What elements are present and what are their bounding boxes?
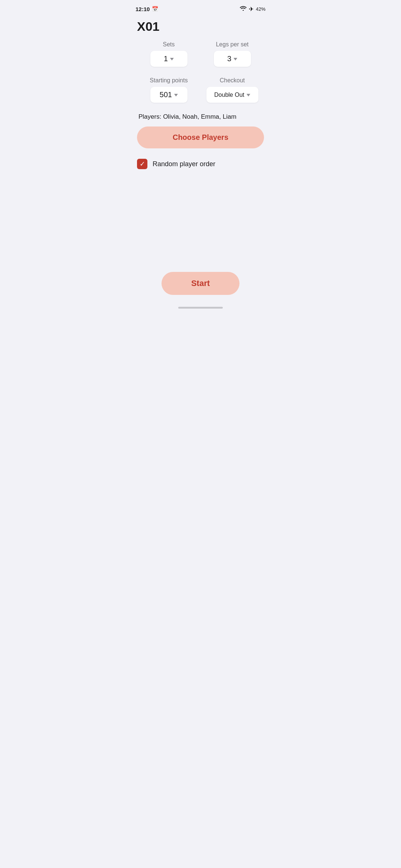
status-time: 12:10 [136,6,150,12]
checkout-dropdown[interactable]: Double Out [206,87,258,103]
checkout-chevron-icon [247,94,250,96]
legs-per-set-label: Legs per set [200,41,264,48]
sets-chevron-icon [170,58,174,60]
sets-value: 1 [164,55,168,63]
players-label: Players: [138,113,163,120]
starting-points-chevron-icon [174,94,178,96]
sets-label: Sets [137,41,200,48]
page-title: X01 [128,16,273,41]
legs-per-set-dropdown[interactable]: 3 [214,51,251,67]
status-icons: ✈ 42% [240,6,265,13]
legs-per-set-value: 3 [227,55,231,63]
start-section: Start [128,257,273,302]
players-names: Olivia, Noah, Emma, Liam [163,113,236,120]
random-order-row: ✓ Random player order [137,159,264,169]
choose-players-button[interactable]: Choose Players [137,126,264,148]
random-order-label: Random player order [153,160,215,168]
players-info: Players: Olivia, Noah, Emma, Liam [137,113,264,121]
starting-points-value: 501 [160,91,172,99]
status-bar: 12:10 📅 ✈ 42% [128,0,273,16]
calendar-icon: 📅 [152,6,158,12]
starting-points-dropdown[interactable]: 501 [150,87,188,103]
start-button[interactable]: Start [162,272,239,295]
home-bar [178,307,223,309]
checkout-value: Double Out [214,92,244,98]
sets-legs-row: 1 3 [137,51,264,67]
legs-chevron-icon [234,58,237,60]
starting-checkout-row: 501 Double Out [137,87,264,103]
sets-legs-labels: Sets Legs per set [137,41,264,48]
airplane-icon: ✈ [249,6,254,13]
sets-dropdown[interactable]: 1 [150,51,188,67]
wifi-icon [240,6,247,12]
home-indicator [128,302,273,313]
checkmark-icon: ✓ [140,161,145,167]
battery-level: 42% [256,6,265,12]
checkout-label: Checkout [200,77,264,84]
starting-points-label: Starting points [137,77,200,84]
starting-checkout-labels: Starting points Checkout [137,77,264,84]
random-order-checkbox[interactable]: ✓ [137,159,147,169]
